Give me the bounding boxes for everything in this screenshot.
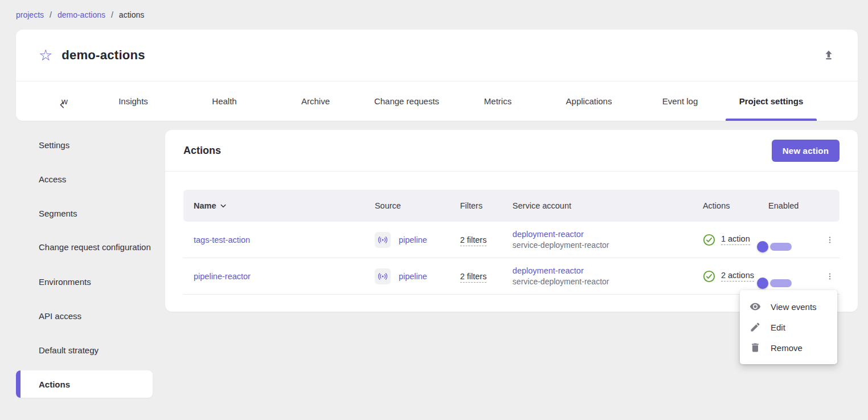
menu-item-label: View events	[771, 302, 817, 312]
sidebar-item-access[interactable]: Access	[16, 165, 153, 193]
column-header-filters: Filters	[450, 201, 502, 210]
row-menu-kebab-icon[interactable]	[821, 231, 839, 249]
tab-health[interactable]: Health	[179, 81, 270, 121]
row-context-menu: View events Edit Remove	[740, 290, 837, 364]
actions-count[interactable]: 1 action	[721, 234, 750, 245]
signal-icon	[375, 232, 391, 248]
column-name-label: Name	[194, 201, 216, 210]
toggle-track	[770, 243, 792, 251]
column-header-service-account: Service account	[502, 201, 693, 210]
tab-change-requests[interactable]: Change requests	[361, 81, 452, 121]
source-link[interactable]: pipeline	[399, 235, 427, 244]
tab-project-settings-label: Project settings	[739, 96, 804, 106]
tab-overview-truncated[interactable]: w	[52, 81, 88, 121]
page-title: demo-actions	[62, 48, 145, 63]
check-circle-icon	[703, 234, 715, 246]
upload-icon[interactable]	[822, 49, 835, 62]
table-row: pipeline-reactor pipeline 2 filters depl…	[183, 258, 840, 295]
tab-metrics[interactable]: Metrics	[452, 81, 543, 121]
actions-panel-header: Actions New action	[165, 130, 858, 172]
check-circle-icon	[703, 270, 715, 283]
toggle-thumb	[757, 241, 768, 252]
tab-insights[interactable]: Insights	[88, 81, 179, 121]
menu-item-label: Remove	[771, 343, 803, 353]
actions-count[interactable]: 2 actions	[721, 271, 754, 282]
column-header-name[interactable]: Name	[183, 201, 365, 210]
project-header-card: ☆ demo-actions w Insights Health Archive…	[16, 30, 858, 121]
settings-sidebar: Settings Access Segments Change request …	[16, 131, 153, 405]
breadcrumb-projects[interactable]: projects	[16, 10, 44, 19]
service-account-link[interactable]: deployment-reactor	[513, 266, 693, 276]
chevron-down-icon	[220, 202, 227, 209]
menu-item-remove[interactable]: Remove	[740, 337, 837, 358]
breadcrumb: projects / demo-actions / actions	[16, 10, 144, 19]
eye-icon	[750, 301, 761, 312]
service-account-subtitle: service-deployment-reactor	[513, 277, 693, 287]
active-tab-indicator	[726, 119, 817, 121]
sidebar-item-environments[interactable]: Environments	[16, 268, 153, 295]
new-action-button[interactable]: New action	[772, 140, 840, 162]
breadcrumb-project[interactable]: demo-actions	[58, 10, 105, 19]
project-tabs: w Insights Health Archive Change request…	[16, 81, 858, 121]
signal-icon	[375, 268, 391, 284]
menu-item-view-events[interactable]: View events	[740, 296, 837, 317]
sidebar-item-actions-label: Actions	[39, 380, 70, 389]
menu-item-label: Edit	[771, 323, 785, 332]
breadcrumb-current: actions	[119, 10, 144, 19]
column-header-actions: Actions	[693, 201, 758, 210]
source-link[interactable]: pipeline	[399, 272, 427, 281]
actions-panel: Actions New action Name Source Filters S…	[165, 130, 858, 312]
sidebar-item-api-access[interactable]: API access	[16, 302, 153, 329]
breadcrumb-separator: /	[111, 10, 113, 19]
sidebar-item-default-strategy[interactable]: Default strategy	[16, 336, 153, 364]
action-name-link[interactable]: pipeline-reactor	[194, 272, 251, 281]
column-header-enabled: Enabled	[758, 201, 810, 210]
active-item-bar	[16, 370, 21, 398]
row-menu-kebab-icon[interactable]	[821, 267, 839, 286]
sidebar-item-segments[interactable]: Segments	[16, 199, 153, 227]
project-header: ☆ demo-actions	[16, 30, 858, 81]
trash-icon	[750, 342, 761, 353]
pencil-icon	[750, 321, 761, 333]
filters-count[interactable]: 2 filters	[460, 235, 487, 246]
service-account-link[interactable]: deployment-reactor	[513, 229, 693, 239]
actions-table: Name Source Filters Service account Acti…	[165, 172, 858, 295]
tab-archive[interactable]: Archive	[270, 81, 361, 121]
tab-event-log[interactable]: Event log	[634, 81, 726, 121]
sidebar-item-settings[interactable]: Settings	[16, 131, 153, 158]
service-account-subtitle: service-deployment-reactor	[513, 240, 693, 251]
table-header-row: Name Source Filters Service account Acti…	[183, 190, 840, 222]
sidebar-item-actions[interactable]: Actions	[16, 370, 153, 398]
menu-item-edit[interactable]: Edit	[740, 317, 837, 337]
toggle-track	[770, 279, 792, 287]
action-name-link[interactable]: tags-test-action	[194, 235, 250, 244]
tab-project-settings[interactable]: Project settings	[726, 81, 817, 121]
panel-title: Actions	[183, 145, 221, 157]
toggle-thumb	[757, 278, 768, 289]
filters-count[interactable]: 2 filters	[460, 272, 487, 283]
table-row: tags-test-action pipeline 2 filters depl…	[183, 222, 840, 258]
sidebar-item-change-request-configuration[interactable]: Change request configuration	[16, 234, 153, 261]
star-outline-icon[interactable]: ☆	[39, 48, 52, 63]
column-header-source: Source	[365, 201, 450, 210]
breadcrumb-separator: /	[50, 10, 52, 19]
tab-applications[interactable]: Applications	[543, 81, 634, 121]
